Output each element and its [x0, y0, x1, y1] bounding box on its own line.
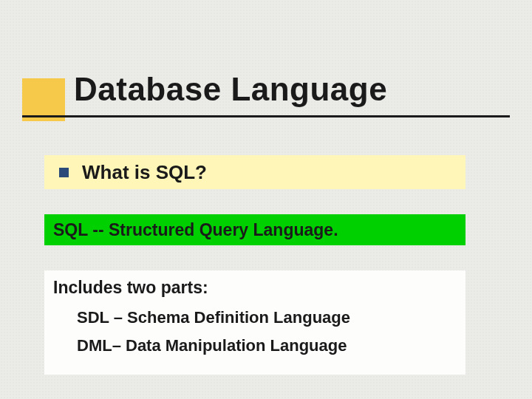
body-box: Includes two parts: SDL – Schema Definit… [44, 270, 466, 375]
body-item: SDL – Schema Definition Language [77, 308, 457, 327]
title-underline [22, 115, 510, 117]
slide-title: Database Language [74, 71, 387, 108]
body-item: DML– Data Manipulation Language [77, 336, 457, 355]
answer-box: SQL -- Structured Query Language. [44, 214, 466, 245]
square-bullet-icon [59, 168, 69, 177]
question-text: What is SQL? [82, 161, 207, 184]
answer-text: SQL -- Structured Query Language. [53, 220, 338, 240]
slide-title-block: Database Language [22, 71, 510, 123]
question-box: What is SQL? [44, 155, 466, 189]
body-intro: Includes two parts: [53, 278, 457, 298]
